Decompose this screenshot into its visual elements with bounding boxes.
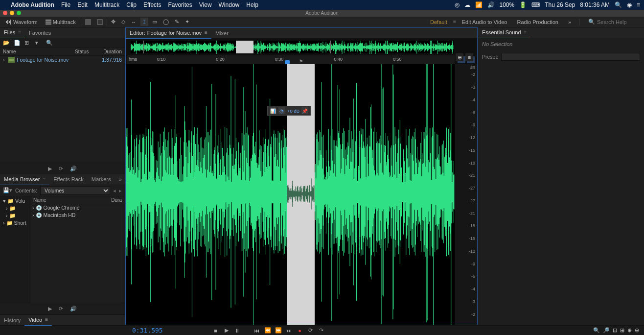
mb-col-name[interactable]: Name	[33, 197, 111, 203]
workspace-default[interactable]: Default	[427, 19, 450, 25]
hud-pin-icon[interactable]: 📌	[301, 107, 308, 114]
app-name[interactable]: Adobe Audition	[11, 1, 54, 8]
menu-help[interactable]: Help	[246, 1, 258, 8]
go-end-button[interactable]: ⏭	[285, 327, 293, 334]
db-scale[interactable]: dB -2-3-4-6-9-12-15-18-21-27-27-21-18-15…	[455, 64, 477, 325]
tree-sub1[interactable]: ›📁	[1, 205, 29, 212]
battery-icon[interactable]: 🔋	[519, 1, 527, 8]
hud-level-icon[interactable]: 📊	[270, 107, 276, 114]
tab-essential-sound[interactable]: Essential Sound≡	[478, 27, 530, 38]
spot-heal-tool[interactable]: ✦	[183, 18, 191, 26]
notification-icon[interactable]: ≡	[637, 1, 640, 8]
overview-selection[interactable]	[236, 41, 253, 53]
spectral-freq-button[interactable]	[83, 18, 93, 26]
loop-preview-icon[interactable]: ⟳	[59, 166, 63, 172]
menu-window[interactable]: Window	[219, 1, 240, 8]
close-window-button[interactable]	[3, 11, 7, 15]
tab-media-browser[interactable]: Media Browser≡	[0, 174, 49, 185]
record-button[interactable]: ●	[296, 327, 304, 334]
timeline-ruler[interactable]: hms 0:10 0:20 0:30 0:40 0:50 ⚑	[127, 55, 455, 64]
workspace-radio[interactable]: Radio Production	[513, 19, 562, 25]
workspace-more[interactable]: »	[564, 19, 575, 25]
menu-favorites[interactable]: Favorites	[168, 1, 192, 8]
new-multitrack-icon[interactable]: ⊞	[24, 40, 31, 47]
mb-item-chrome[interactable]: ›💿Google Chrome	[30, 204, 125, 212]
waveform-mode-button[interactable]: Waveform	[3, 18, 41, 26]
gain-hud[interactable]: 📊 ◔ +0 dB 📌	[267, 106, 311, 116]
auto-play-icon[interactable]: 🔊	[70, 166, 77, 172]
file-row[interactable]: › Footage for Noise.mov 1:37.916	[0, 56, 125, 64]
nav-fwd-icon[interactable]: ▸	[119, 188, 122, 193]
volume-icon[interactable]: 🔊	[487, 1, 495, 8]
maximize-window-button[interactable]	[17, 11, 21, 15]
zoom-out-icon[interactable]: 🔎	[603, 327, 610, 334]
skip-sel-button[interactable]: ↷	[318, 327, 325, 334]
tab-video[interactable]: Video≡	[24, 314, 52, 326]
zoom-in-icon[interactable]: 🔍	[593, 327, 600, 334]
tab-effects-rack[interactable]: Effects Rack	[49, 174, 88, 185]
selection-region[interactable]: 𝙸	[287, 64, 315, 325]
time-select-tool[interactable]: 𝙸	[140, 18, 148, 26]
siri-icon[interactable]: ◉	[627, 1, 632, 8]
zoom-in-time-icon[interactable]: ⊕	[627, 327, 632, 334]
play-button[interactable]: ▶	[223, 327, 230, 334]
menu-effects[interactable]: Effects	[143, 1, 161, 8]
tab-mixer[interactable]: Mixer	[211, 28, 232, 39]
editor-tab-menu-icon[interactable]: ≡	[205, 27, 207, 38]
new-file-icon[interactable]: 📄	[14, 40, 21, 47]
col-duration[interactable]: Duration	[96, 49, 122, 54]
minimize-window-button[interactable]	[10, 11, 14, 15]
pause-button[interactable]: ⏸	[233, 327, 241, 334]
cloud-icon[interactable]: ☁	[464, 1, 470, 8]
brush-tool[interactable]: ✎	[173, 18, 181, 26]
menu-file[interactable]: File	[61, 1, 70, 8]
search-help[interactable]: 🔍	[588, 19, 641, 25]
play-preview-icon[interactable]: ▶	[48, 166, 52, 172]
col-name[interactable]: Name	[3, 49, 75, 54]
move-tool[interactable]: ✥	[109, 18, 117, 26]
rewind-button[interactable]: ⏪	[264, 327, 272, 334]
contents-select[interactable]: Volumes	[40, 186, 110, 195]
spotlight-icon[interactable]: 🔍	[615, 1, 622, 8]
mb-item-machd[interactable]: ›💿Macintosh HD	[30, 212, 125, 219]
tab-favorites[interactable]: Favorites	[25, 27, 55, 38]
drive-icon[interactable]: 💾▾	[3, 187, 12, 193]
zoom-panel-icon[interactable]: ≡	[465, 53, 473, 61]
mb-loop-icon[interactable]: ⟳	[59, 306, 63, 312]
search-files-icon[interactable]: 🔍	[46, 40, 53, 47]
forward-button[interactable]: ⏩	[275, 327, 282, 334]
expand-icon[interactable]: ›	[3, 57, 8, 63]
lasso-tool[interactable]: ◯	[161, 18, 171, 26]
mb-col-dura[interactable]: Dura	[111, 197, 122, 203]
playhead-handle[interactable]	[285, 60, 290, 64]
stop-button[interactable]: ■	[212, 327, 220, 334]
workspace-edit-audio[interactable]: Edit Audio to Video	[458, 19, 511, 25]
open-file-icon[interactable]: 📂	[3, 40, 10, 47]
search-input[interactable]	[597, 19, 641, 25]
filter-icon[interactable]: ▾	[35, 40, 42, 47]
menu-edit[interactable]: Edit	[77, 1, 88, 8]
slip-tool[interactable]: ↔	[129, 18, 138, 26]
zoom-nav-icon[interactable]: ⊕	[456, 53, 463, 61]
date-text[interactable]: Thu 26 Sep	[545, 1, 575, 8]
tree-shortcuts[interactable]: ›📁Short	[1, 219, 29, 227]
keyboard-icon[interactable]: ⌨	[531, 1, 540, 8]
hud-clock-icon[interactable]: ◔	[278, 107, 285, 114]
battery-text[interactable]: 100%	[500, 1, 515, 8]
mb-auto-icon[interactable]: 🔊	[70, 306, 77, 312]
multitrack-mode-button[interactable]: Multitrack	[43, 18, 79, 26]
menu-multitrack[interactable]: Multitrack	[94, 1, 119, 8]
go-start-button[interactable]: ⏮	[253, 327, 261, 334]
zoom-full-icon[interactable]: ⊡	[613, 327, 617, 334]
wifi-icon[interactable]: 📶	[475, 1, 483, 8]
spectral-pitch-button[interactable]	[95, 18, 105, 26]
files-tab-menu-icon[interactable]: ≡	[18, 27, 21, 38]
workspace-default-menu-icon[interactable]: ≡	[453, 19, 456, 24]
tree-volumes[interactable]: ▾📁Volu	[1, 197, 29, 205]
overview-waveform[interactable]	[131, 41, 454, 53]
es-preset-select[interactable]	[501, 53, 640, 61]
tree-sub2[interactable]: ›📁	[1, 212, 29, 219]
zoom-sel-icon[interactable]: ⊞	[620, 327, 624, 334]
waveform-canvas[interactable]: 𝙸 📊 ◔ +0 dB 📌	[126, 64, 455, 325]
panel-overflow-icon[interactable]: »	[119, 176, 125, 182]
